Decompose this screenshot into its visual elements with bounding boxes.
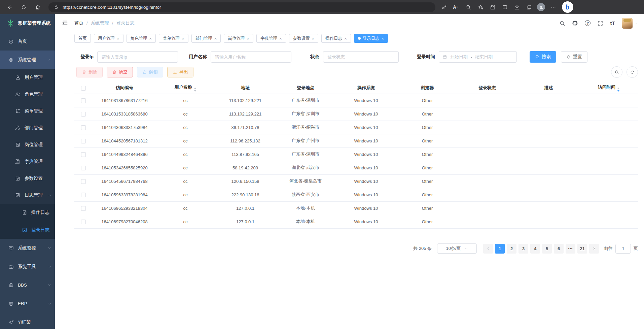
read-aloud-icon[interactable]: A — [451, 2, 462, 12]
tab-user-management[interactable]: 用户管理× — [94, 34, 123, 43]
favorites-bar-icon[interactable] — [511, 2, 522, 12]
home-icon[interactable] — [32, 2, 43, 12]
close-icon[interactable]: × — [247, 36, 249, 41]
prev-page-button[interactable] — [483, 244, 493, 254]
row-checkbox[interactable] — [81, 98, 86, 103]
row-checkbox[interactable] — [81, 179, 86, 184]
row-checkbox[interactable] — [81, 206, 86, 211]
help-icon[interactable]: ? — [585, 20, 591, 26]
tab-login-log[interactable]: 登录日志× — [354, 34, 388, 43]
page-button-2[interactable]: 2 — [507, 244, 516, 254]
page-button-6[interactable]: 6 — [554, 244, 564, 254]
breadcrumb-system-management[interactable]: 系统管理 — [91, 20, 109, 26]
sidebar-item-post-management[interactable]: 岗位管理 — [0, 136, 55, 153]
collections-icon[interactable] — [524, 2, 534, 12]
sort-icons[interactable] — [617, 88, 620, 92]
row-checkbox[interactable] — [81, 112, 86, 117]
row-checkbox[interactable] — [81, 152, 86, 157]
sidebar-item-dictionary-management[interactable]: 字典管理 — [0, 153, 55, 170]
breadcrumb-home[interactable]: 首页 — [74, 20, 83, 26]
sidebar-item-yi-framework[interactable]: Yi框架 — [0, 313, 55, 329]
tab-menu-management[interactable]: 菜单管理× — [159, 34, 188, 43]
sidebar-item-log-management[interactable]: 日志管理 — [0, 187, 55, 204]
chevron-down-icon[interactable]: ⌄ — [635, 21, 638, 25]
row-checkbox[interactable] — [81, 125, 86, 130]
refresh-table-button[interactable] — [627, 66, 638, 78]
fullscreen-icon[interactable] — [597, 20, 603, 26]
page-button-21[interactable]: 21 — [577, 244, 587, 254]
menu-fold-icon[interactable] — [62, 20, 69, 27]
sidebar-item-home[interactable]: 首页 — [0, 32, 55, 51]
close-icon[interactable]: × — [382, 36, 384, 41]
login-time-range-picker[interactable]: 开始日期 - 结束日期 — [439, 51, 517, 63]
goto-page-input[interactable] — [615, 244, 631, 254]
sidebar-item-role-management[interactable]: 角色管理 — [0, 86, 55, 103]
favorites-add-icon[interactable] — [475, 2, 486, 12]
close-icon[interactable]: × — [149, 36, 152, 41]
page-button-4[interactable]: 4 — [530, 244, 540, 254]
sidebar-item-erp[interactable]: ERP — [0, 294, 55, 313]
sidebar-item-operation-log[interactable]: 操作日志 — [0, 204, 55, 221]
text-size-icon[interactable]: tT — [610, 20, 615, 26]
split-screen-icon[interactable] — [499, 2, 510, 12]
extensions-icon[interactable] — [487, 2, 498, 12]
address-bar[interactable]: https://ccnetcore.com:1101/system/log/lo… — [48, 2, 435, 12]
settings-more-icon[interactable] — [548, 2, 559, 12]
tab-home[interactable]: 首页 — [74, 34, 91, 43]
column-header-user[interactable]: 用户名称 — [156, 82, 214, 94]
tab-department-management[interactable]: 部门管理× — [191, 34, 221, 43]
toggle-search-button[interactable] — [611, 66, 622, 78]
page-button-5[interactable]: 5 — [542, 244, 552, 254]
sidebar-item-user-management[interactable]: 用户管理 — [0, 69, 55, 86]
sidebar-item-department-management[interactable]: 部门管理 — [0, 120, 55, 136]
refresh-icon[interactable] — [18, 2, 29, 12]
clear-button[interactable]: 清空 — [107, 67, 133, 77]
sidebar-item-bbs[interactable]: BBS — [0, 276, 55, 294]
delete-button[interactable]: 删除 — [76, 67, 103, 77]
close-icon[interactable]: × — [117, 36, 119, 41]
back-icon[interactable] — [4, 2, 15, 12]
search-icon[interactable] — [559, 20, 565, 26]
next-page-button[interactable] — [589, 244, 599, 254]
sort-icons[interactable] — [194, 88, 196, 92]
zoom-out-icon[interactable] — [463, 2, 474, 12]
sidebar-item-system-management[interactable]: 系统管理 — [0, 51, 55, 69]
close-icon[interactable]: × — [182, 36, 184, 41]
unlock-button[interactable]: 解锁 — [137, 67, 163, 77]
status-select[interactable]: 登录状态 — [323, 51, 399, 63]
page-button-1[interactable]: 1 — [495, 244, 505, 254]
export-button[interactable]: 导出 — [167, 67, 193, 77]
tab-dictionary-management[interactable]: 字典管理× — [256, 34, 286, 43]
profile-avatar[interactable] — [536, 2, 546, 12]
user-avatar[interactable] — [622, 18, 633, 29]
password-key-icon[interactable] — [439, 2, 450, 12]
login-ip-input[interactable] — [97, 51, 178, 63]
github-icon[interactable] — [572, 20, 578, 26]
close-icon[interactable]: × — [344, 36, 347, 41]
sidebar-item-system-monitor[interactable]: 系统监控 — [0, 239, 55, 257]
sidebar-item-parameter-settings[interactable]: 参数设置 — [0, 170, 55, 187]
search-button[interactable]: 搜索 — [530, 51, 556, 63]
page-button-3[interactable]: 3 — [518, 244, 528, 254]
row-checkbox[interactable] — [81, 220, 86, 224]
more-pages-button[interactable]: ••• — [566, 244, 575, 254]
reset-button[interactable]: 重置 — [561, 51, 587, 63]
lock-icon[interactable] — [52, 3, 60, 11]
sidebar-item-menu-management[interactable]: 菜单管理 — [0, 103, 55, 120]
row-checkbox[interactable] — [81, 193, 86, 197]
close-icon[interactable]: × — [312, 36, 315, 41]
app-logo[interactable]: 意框架管理系统 — [0, 14, 55, 32]
close-icon[interactable]: × — [279, 36, 282, 41]
bing-copilot-icon[interactable]: b — [562, 1, 573, 13]
select-all-checkbox[interactable] — [81, 86, 86, 91]
row-checkbox[interactable] — [81, 166, 86, 170]
user-name-input[interactable] — [211, 51, 291, 63]
page-size-select[interactable]: 10条/页 — [437, 243, 477, 254]
tab-parameter-settings[interactable]: 参数设置× — [289, 34, 319, 43]
tab-role-management[interactable]: 角色管理× — [127, 34, 156, 43]
tab-operation-log[interactable]: 操作日志× — [321, 34, 351, 43]
sidebar-item-login-log[interactable]: 登录日志 — [0, 221, 55, 239]
column-header-time[interactable]: 访问时间 — [580, 82, 638, 94]
tab-post-management[interactable]: 岗位管理× — [224, 34, 253, 43]
row-checkbox[interactable] — [81, 139, 86, 143]
